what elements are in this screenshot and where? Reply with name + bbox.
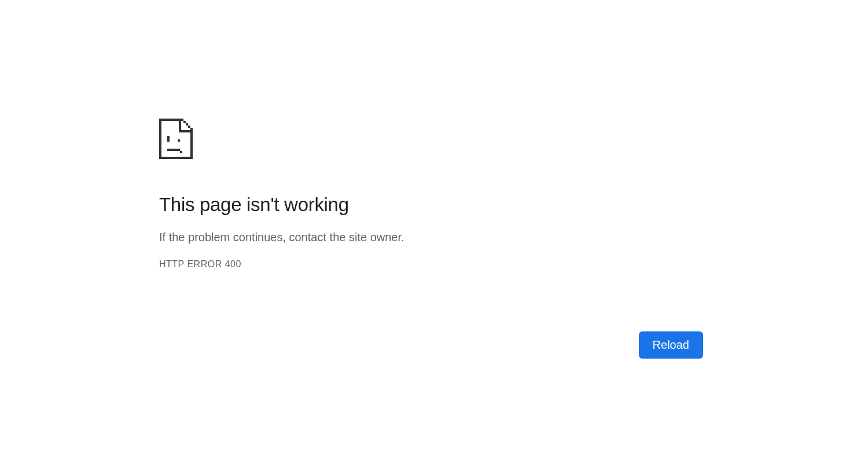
sad-page-icon [159, 119, 193, 159]
svg-rect-4 [181, 119, 183, 121]
svg-rect-7 [188, 126, 190, 128]
svg-rect-10 [179, 130, 193, 132]
svg-rect-2 [190, 130, 193, 159]
svg-rect-12 [178, 139, 180, 142]
error-container: This page isn't working If the problem c… [159, 119, 703, 270]
error-message: If the problem continues, contact the si… [159, 231, 703, 244]
error-icon-wrap [159, 119, 703, 159]
svg-rect-14 [180, 151, 182, 153]
svg-rect-1 [159, 157, 193, 159]
svg-rect-5 [183, 121, 186, 123]
button-row: Reload [639, 331, 703, 359]
svg-rect-8 [190, 128, 193, 130]
svg-rect-0 [159, 119, 161, 159]
svg-rect-13 [167, 149, 180, 151]
reload-button[interactable]: Reload [639, 331, 703, 359]
svg-rect-3 [159, 119, 181, 121]
error-title: This page isn't working [159, 194, 703, 216]
svg-rect-11 [167, 136, 170, 142]
error-code: HTTP ERROR 400 [159, 259, 703, 270]
svg-rect-9 [179, 121, 181, 130]
svg-rect-6 [186, 123, 188, 126]
